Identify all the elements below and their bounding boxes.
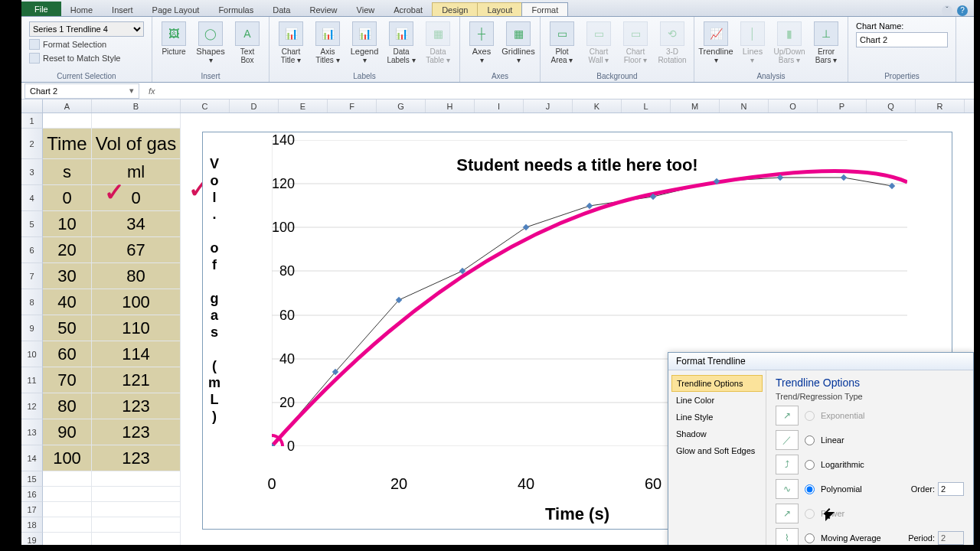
chart-name-label: Chart Name:: [856, 21, 948, 31]
opt-moving-average[interactable]: ⌇Moving Average Period:: [776, 528, 964, 545]
error-bars-button[interactable]: ⊥ErrorBars ▾: [809, 20, 843, 66]
tab-acrobat[interactable]: Acrobat: [384, 2, 433, 16]
side-line-color[interactable]: Line Color: [668, 392, 766, 409]
ribbon-tabs: File Home Insert Page Layout Formulas Da…: [21, 0, 974, 17]
svg-rect-14: [586, 203, 593, 209]
gridlines-button[interactable]: ▦Gridlines▾: [501, 20, 535, 66]
col-header[interactable]: P: [818, 99, 867, 112]
rotation-button: ⟲3-DRotation: [655, 20, 689, 66]
col-header[interactable]: Q: [867, 99, 916, 112]
tab-format[interactable]: Format: [521, 2, 568, 16]
lines-button: │Lines▾: [736, 20, 769, 66]
group-current-selection: Series 1 Trendline 4 Format Selection Re…: [21, 17, 152, 82]
group-label: Background: [545, 71, 689, 82]
group-analysis: 📈Trendline▾ │Lines▾ ▮Up/DownBars ▾ ⊥Erro…: [694, 17, 848, 82]
legend-button[interactable]: 📊Legend▾: [348, 20, 381, 66]
col-header[interactable]: F: [328, 99, 377, 112]
col-header[interactable]: K: [573, 99, 622, 112]
dialog-main: Trendline Options Trend/Regression Type …: [766, 370, 973, 545]
col-header[interactable]: H: [426, 99, 475, 112]
opt-linear[interactable]: ／Linear: [776, 430, 964, 450]
axes-button[interactable]: ┼Axes▾: [465, 20, 498, 66]
col-header[interactable]: O: [769, 99, 818, 112]
fx-icon[interactable]: fx: [142, 86, 162, 96]
group-insert: 🖼Picture ◯Shapes▾ ATextBox Insert: [152, 17, 270, 82]
dialog-heading: Trendline Options: [776, 377, 964, 389]
dialog-title: Format Trendline: [668, 353, 973, 370]
group-label: Analysis: [699, 71, 843, 82]
col-header[interactable]: G: [377, 99, 426, 112]
col-header[interactable]: J: [524, 99, 573, 112]
svg-rect-13: [523, 224, 529, 230]
y-axis-label[interactable]: Vol.ofgas(mL): [207, 155, 221, 425]
insert-shapes-button[interactable]: ◯Shapes▾: [194, 20, 227, 66]
chart-element-selector[interactable]: Series 1 Trendline 4: [29, 21, 144, 37]
tab-home[interactable]: Home: [60, 2, 103, 16]
side-glow[interactable]: Glow and Soft Edges: [668, 442, 766, 459]
insert-picture-button[interactable]: 🖼Picture: [157, 20, 191, 57]
tab-data[interactable]: Data: [263, 2, 300, 16]
format-selection-button[interactable]: Format Selection: [29, 38, 144, 51]
group-background: ▭PlotArea ▾ ▭ChartWall ▾ ▭ChartFloor ▾ ⟲…: [541, 17, 694, 82]
axis-titles-button[interactable]: 📊AxisTitles ▾: [311, 20, 345, 66]
insert-textbox-button[interactable]: ATextBox: [230, 20, 264, 66]
side-line-style[interactable]: Line Style: [668, 409, 766, 425]
col-header[interactable]: C: [181, 99, 230, 112]
chart-floor-button: ▭ChartFloor ▾: [619, 20, 652, 66]
tab-formulas[interactable]: Formulas: [208, 2, 263, 16]
minimize-ribbon-icon[interactable]: ˇ: [942, 5, 952, 16]
group-properties: Chart Name: Properties: [848, 17, 956, 82]
tab-design[interactable]: Design: [432, 2, 478, 16]
group-label: Current Selection: [26, 71, 147, 82]
opt-power: ↗Power: [776, 504, 964, 523]
col-header[interactable]: A: [43, 99, 92, 112]
section-regression-type: Trend/Regression Type: [776, 392, 964, 401]
data-table-button: ▦DataTable ▾: [421, 20, 455, 66]
help-icon[interactable]: ?: [957, 5, 968, 16]
group-axes: ┼Axes▾ ▦Gridlines▾ Axes: [460, 17, 541, 82]
format-trendline-dialog[interactable]: Format Trendline Trendline Options Line …: [668, 352, 974, 545]
select-all-corner[interactable]: [21, 99, 43, 112]
col-header[interactable]: R: [916, 99, 965, 112]
y-axis[interactable]: 0 20 40 60 80 100 120 140: [269, 140, 299, 446]
col-header[interactable]: B: [92, 99, 181, 112]
formula-bar: Chart 2▾ fx: [21, 83, 974, 99]
col-header[interactable]: I: [475, 99, 524, 112]
group-label: Properties: [853, 71, 951, 82]
col-header[interactable]: L: [622, 99, 671, 112]
opt-logarithmic[interactable]: ⤴Logarithmic: [776, 455, 964, 474]
order-input[interactable]: [938, 482, 964, 496]
chart-name-input[interactable]: [856, 32, 948, 47]
dialog-sidebar: Trendline Options Line Color Line Style …: [668, 370, 766, 545]
col-header[interactable]: N: [720, 99, 769, 112]
group-label: Insert: [157, 71, 264, 82]
excel-window: File Home Insert Page Layout Formulas Da…: [21, 0, 974, 545]
reset-style-button[interactable]: Reset to Match Style: [29, 52, 144, 64]
col-header[interactable]: M: [671, 99, 720, 112]
plot-area-button[interactable]: ▭PlotArea ▾: [545, 20, 579, 66]
side-shadow[interactable]: Shadow: [668, 425, 766, 442]
opt-exponential: ↗Exponential: [776, 406, 964, 425]
chart-wall-button: ▭ChartWall ▾: [582, 20, 616, 66]
trendline-button[interactable]: 📈Trendline▾: [699, 20, 733, 66]
col-header[interactable]: E: [279, 99, 328, 112]
data-labels-button[interactable]: 📊DataLabels ▾: [384, 20, 418, 66]
updown-bars-button: ▮Up/DownBars ▾: [773, 20, 806, 66]
column-headers: A B C D E F G H I J K L M N O P Q R: [21, 99, 974, 113]
opt-polynomial[interactable]: ∿Polynomial Order:: [776, 479, 964, 499]
side-trendline-options[interactable]: Trendline Options: [671, 375, 763, 392]
svg-rect-18: [841, 174, 847, 181]
worksheet: A B C D E F G H I J K L M N O P Q R 12Ti…: [21, 99, 974, 545]
col-header[interactable]: D: [230, 99, 279, 112]
tab-file[interactable]: File: [21, 2, 61, 16]
tab-insert[interactable]: Insert: [102, 2, 143, 16]
tab-page-layout[interactable]: Page Layout: [142, 2, 210, 16]
group-label: Labels: [274, 71, 455, 82]
period-input[interactable]: [938, 531, 964, 545]
ribbon: Series 1 Trendline 4 Format Selection Re…: [21, 17, 974, 83]
tab-review[interactable]: Review: [299, 2, 347, 16]
chart-title-button[interactable]: 📊ChartTitle ▾: [274, 20, 308, 66]
name-box[interactable]: Chart 2▾: [24, 83, 139, 99]
tab-layout[interactable]: Layout: [477, 2, 522, 16]
tab-view[interactable]: View: [347, 2, 385, 16]
